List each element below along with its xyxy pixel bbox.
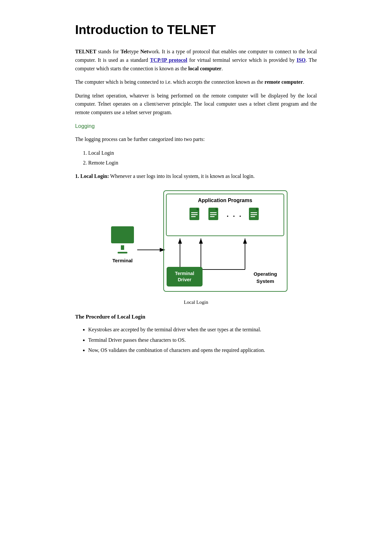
local-login-description: 1. Local Login: Whenever a user logs int… xyxy=(75,172,317,181)
os-label-text: OperatingSystem xyxy=(253,271,277,284)
intro-paragraph-1: TELNET stands for Teletype Network. It i… xyxy=(75,47,317,73)
svg-rect-14 xyxy=(210,212,217,213)
intro-paragraph-2: The computer which is being connected to… xyxy=(75,78,317,86)
svg-rect-11 xyxy=(191,216,196,217)
iso-link[interactable]: ISO xyxy=(297,57,306,63)
os-outer-box: Application Programs xyxy=(163,190,287,292)
logging-heading: Logging xyxy=(75,122,317,131)
list-item-local-login: Local Login xyxy=(88,149,317,157)
svg-rect-10 xyxy=(191,214,198,215)
doc-svg-1 xyxy=(189,207,202,223)
monitor-base xyxy=(118,252,127,253)
monitor-icon xyxy=(111,226,134,243)
doc-svg-3 xyxy=(248,207,261,223)
terminal-label: Terminal xyxy=(112,257,133,265)
procedure-item-2: Terminal Driver passes these characters … xyxy=(88,336,317,344)
svg-rect-19 xyxy=(251,212,257,213)
telnet-bold: TELNET xyxy=(75,49,96,54)
tcp-ip-bold: TCP/IP protocol xyxy=(150,57,187,63)
procedure-list: Keystrokes are accepted by the terminal … xyxy=(88,325,317,355)
app-programs-title: Application Programs xyxy=(198,196,252,205)
svg-rect-21 xyxy=(251,216,255,217)
terminal-driver-label: TerminalDriver xyxy=(175,270,194,283)
intro-paragraph-3: During telnet operation, whatever is bei… xyxy=(75,92,317,117)
doc-icon-3 xyxy=(248,207,261,223)
remote-computer-bold: remote computer xyxy=(265,79,303,85)
procedure-item-3: Now, OS validates the combination of cha… xyxy=(88,346,317,355)
tel-bold: Tel xyxy=(121,49,127,54)
iso-bold: ISO xyxy=(297,57,306,63)
diagram-caption: Local Login xyxy=(75,298,317,306)
monitor-stand xyxy=(121,245,124,250)
tcp-ip-link[interactable]: TCP/IP protocol xyxy=(150,57,187,63)
login-types-list: Local Login Remote Login xyxy=(88,149,317,167)
terminal-driver-box: TerminalDriver xyxy=(167,267,203,286)
app-icons-row: · · · xyxy=(189,207,261,223)
app-programs-box: Application Programs xyxy=(166,194,284,236)
svg-rect-20 xyxy=(251,214,257,215)
local-computer-bold: local computer xyxy=(188,66,221,71)
logging-intro: The logging process can be further categ… xyxy=(75,135,317,144)
diagram-container: Terminal Application Programs xyxy=(75,190,317,295)
doc-icon-2 xyxy=(208,207,221,223)
svg-rect-15 xyxy=(210,214,217,215)
procedure-item-1: Keystrokes are accepted by the terminal … xyxy=(88,325,317,334)
page-title: Introduction to TELNET xyxy=(75,20,317,40)
diagram: Terminal Application Programs xyxy=(105,190,287,295)
doc-icon-1 xyxy=(189,207,202,223)
net-bold: Net xyxy=(140,49,148,54)
operating-system-label: OperatingSystem xyxy=(253,270,277,285)
svg-rect-16 xyxy=(210,216,215,217)
svg-rect-9 xyxy=(191,212,198,213)
terminal-box: Terminal xyxy=(111,226,134,265)
local-login-bold: 1. Local Login: xyxy=(75,173,109,179)
doc-svg-2 xyxy=(208,207,221,223)
list-item-remote-login: Remote Login xyxy=(88,159,317,167)
procedure-heading: The Procedure of Local Login xyxy=(75,313,317,321)
dots-label: · · · xyxy=(227,208,242,222)
